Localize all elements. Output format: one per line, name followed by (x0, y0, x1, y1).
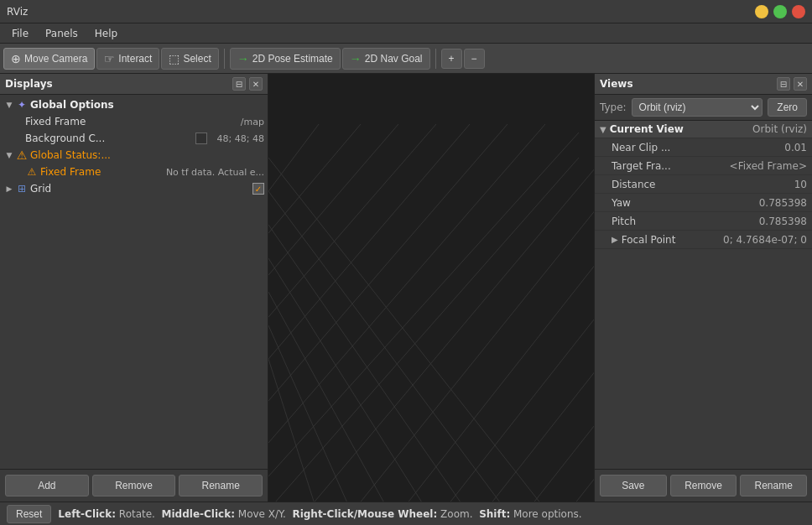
distance-value: 10 (794, 179, 807, 190)
menu-file[interactable]: File (3, 26, 37, 41)
views-header: Views ⊟ ✕ (595, 74, 812, 95)
displays-undock-button[interactable]: ⊟ (232, 77, 246, 91)
near-clip-row[interactable]: Near Clip ... 0.01 (595, 138, 812, 157)
pitch-label: Pitch (612, 216, 759, 227)
pitch-value: 0.785398 (759, 216, 807, 227)
focal-point-value: 0; 4.7684e-07; 0 (723, 234, 807, 246)
rename-display-button[interactable]: Rename (179, 475, 263, 496)
background-color-swatch[interactable] (195, 133, 207, 144)
tree-global-options[interactable]: ▼ ✦ Global Options (0, 96, 268, 113)
close-button[interactable] (792, 5, 805, 18)
fixed-frame-status-value: No tf data. Actual e... (166, 167, 264, 178)
grid-label: Grid (30, 183, 246, 195)
near-clip-label: Near Clip ... (612, 142, 784, 153)
grid-icon: ⊞ (15, 182, 29, 195)
pose-estimate-icon: → (237, 52, 249, 65)
focal-point-expand-icon[interactable]: ▶ (612, 235, 618, 244)
menubar: File Panels Help (0, 23, 812, 44)
displays-title: Displays (5, 78, 53, 90)
maximize-button[interactable] (773, 5, 787, 18)
target-frame-label: Target Fra... (612, 160, 730, 172)
toolbar: ⊕ Move Camera ☞ Interact ⬚ Select → 2D P… (0, 44, 812, 74)
global-options-expand-icon[interactable]: ▼ (3, 99, 15, 111)
views-title: Views (600, 78, 633, 90)
distance-row[interactable]: Distance 10 (595, 175, 812, 194)
views-zero-button[interactable]: Zero (768, 98, 807, 117)
grid-expand-icon[interactable]: ▶ (3, 183, 15, 195)
fixed-frame-status-label: Fixed Frame (40, 166, 159, 178)
yaw-value: 0.785398 (759, 197, 807, 209)
add-display-button[interactable]: Add (5, 475, 89, 496)
minimize-button[interactable] (755, 5, 768, 18)
global-options-label: Global Options (30, 99, 264, 111)
pitch-row[interactable]: Pitch 0.785398 (595, 212, 812, 231)
move-camera-icon: ⊕ (11, 52, 21, 65)
views-undock-button[interactable]: ⊟ (777, 77, 790, 91)
fixed-frame-label: Fixed Frame (25, 116, 234, 127)
current-view-expand-icon[interactable]: ▼ (600, 125, 606, 134)
current-view-section[interactable]: ▼ Current View Orbit (rviz) (595, 121, 812, 138)
grid-checkbox[interactable]: ✓ (252, 183, 264, 195)
select-button[interactable]: ⬚ Select (161, 48, 218, 70)
focal-point-label: Focal Point (622, 234, 723, 246)
add-toolbar-button[interactable]: + (441, 49, 462, 69)
fixed-frame-value: /map (241, 117, 264, 127)
displays-panel-icons: ⊟ ✕ (232, 77, 263, 91)
nav-goal-button[interactable]: → 2D Nav Goal (342, 48, 430, 70)
statusbar: Reset Left-Click: Rotate. Middle-Click: … (0, 502, 812, 525)
nav-goal-icon: → (350, 52, 362, 65)
views-panel-icons: ⊟ ✕ (777, 77, 807, 91)
toolbar-separator-2 (435, 49, 436, 69)
toolbar-separator-1 (224, 49, 225, 69)
tree-fixed-frame[interactable]: Fixed Frame /map (0, 113, 268, 130)
remove-display-button[interactable]: Remove (92, 475, 176, 496)
main-area: Displays ⊟ ✕ ▼ ✦ Global Options Fixed Fr… (0, 74, 812, 502)
tree-grid[interactable]: ▶ ⊞ Grid ✓ (0, 180, 268, 197)
displays-panel: Displays ⊟ ✕ ▼ ✦ Global Options Fixed Fr… (0, 74, 268, 502)
fixed-frame-status-icon: ⚠ (25, 165, 39, 179)
views-close-button[interactable]: ✕ (794, 77, 807, 91)
yaw-row[interactable]: Yaw 0.785398 (595, 194, 812, 212)
tree-global-status[interactable]: ▼ ⚠ Global Status:... (0, 147, 268, 164)
remove-view-button[interactable]: Remove (670, 475, 737, 496)
background-color-label: Background C... (25, 133, 195, 144)
window-controls (755, 5, 805, 18)
pose-estimate-button[interactable]: → 2D Pose Estimate (230, 48, 341, 70)
displays-header: Displays ⊟ ✕ (0, 74, 268, 95)
move-camera-button[interactable]: ⊕ Move Camera (3, 48, 95, 70)
global-status-expand-icon[interactable]: ▼ (3, 149, 15, 161)
target-frame-row[interactable]: Target Fra... <Fixed Frame> (595, 157, 812, 175)
interact-icon: ☞ (104, 52, 115, 65)
interact-button[interactable]: ☞ Interact (96, 48, 159, 70)
select-icon: ⬚ (169, 52, 180, 65)
target-frame-value: <Fixed Frame> (730, 160, 807, 172)
svg-rect-0 (268, 74, 594, 502)
focal-point-row[interactable]: ▶ Focal Point 0; 4.7684e-07; 0 (595, 231, 812, 249)
views-type-row: Type: Orbit (rviz) Zero (595, 95, 812, 121)
3d-viewport-canvas (268, 74, 594, 502)
yaw-label: Yaw (612, 197, 759, 209)
background-color-value: 48; 48; 48 (217, 133, 264, 144)
rename-view-button[interactable]: Rename (740, 475, 807, 496)
reset-button[interactable]: Reset (7, 505, 51, 523)
remove-toolbar-button[interactable]: − (464, 49, 485, 69)
displays-buttons: Add Remove Rename (0, 469, 268, 502)
views-type-label: Type: (600, 101, 627, 113)
current-view-label: Current View (610, 123, 752, 135)
views-type-select[interactable]: Orbit (rviz) (632, 98, 763, 117)
tree-background-color[interactable]: Background C... 48; 48; 48 (0, 130, 268, 147)
viewport[interactable] (268, 74, 594, 502)
menu-help[interactable]: Help (86, 26, 126, 41)
current-view-type: Orbit (rviz) (752, 123, 807, 135)
views-tree: ▼ Current View Orbit (rviz) Near Clip ..… (595, 121, 812, 469)
views-panel: Views ⊟ ✕ Type: Orbit (rviz) Zero ▼ Curr… (594, 74, 812, 502)
menu-panels[interactable]: Panels (37, 26, 86, 41)
save-view-button[interactable]: Save (600, 475, 667, 496)
global-status-label: Global Status:... (30, 149, 264, 161)
tree-fixed-frame-status[interactable]: ⚠ Fixed Frame No tf data. Actual e... (0, 164, 268, 180)
titlebar: RViz (0, 0, 812, 23)
global-status-icon: ⚠ (15, 148, 29, 162)
displays-tree: ▼ ✦ Global Options Fixed Frame /map Back… (0, 95, 268, 469)
near-clip-value: 0.01 (784, 142, 807, 153)
displays-close-button[interactable]: ✕ (249, 77, 263, 91)
